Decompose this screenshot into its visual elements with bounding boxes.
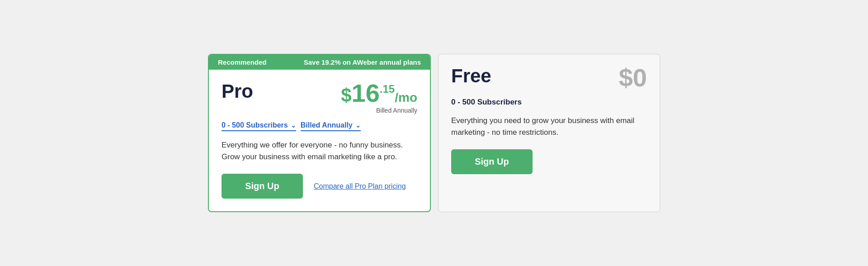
pro-actions: Sign Up Compare all Pro Plan pricing (222, 174, 417, 199)
pro-price-whole: 16 (352, 79, 380, 107)
pro-price-cents: .15 (380, 83, 395, 95)
pro-billed-note: Billed Annually (341, 107, 417, 114)
recommended-header: Recommended Save 19.2% on AWeber annual … (209, 55, 430, 70)
pro-price-per: /mo (395, 90, 417, 104)
free-actions: Sign Up (451, 149, 647, 174)
save-label: Save 19.2% on AWeber annual plans (304, 58, 421, 66)
free-signup-button[interactable]: Sign Up (451, 149, 533, 174)
pro-selectors: 0 - 500 Subscribers ⌄ Billed Annually ⌄ (222, 121, 417, 131)
pro-plan-price: $16.15/mo Billed Annually (341, 81, 417, 114)
pro-signup-button[interactable]: Sign Up (222, 174, 303, 199)
pro-plan-name: Pro (222, 81, 253, 102)
pro-plan-card: Recommended Save 19.2% on AWeber annual … (208, 54, 431, 213)
free-top-row: Free $0 (451, 65, 647, 90)
billing-dropdown-label: Billed Annually (301, 121, 353, 129)
free-plan-card: Free $0 0 - 500 Subscribers Everything y… (438, 54, 660, 213)
pro-top-row: Pro $16.15/mo Billed Annually (222, 81, 417, 114)
free-plan-name: Free (451, 65, 491, 87)
free-plan-body: Free $0 0 - 500 Subscribers Everything y… (439, 54, 660, 187)
pro-plan-body: Pro $16.15/mo Billed Annually 0 - 500 Su… (209, 70, 430, 212)
billing-dropdown[interactable]: Billed Annually ⌄ (301, 121, 361, 131)
pro-price-currency: $ (341, 85, 351, 106)
pro-price-main: $16.15/mo (341, 81, 417, 106)
free-description: Everything you need to grow your busines… (451, 115, 647, 139)
subscribers-dropdown[interactable]: 0 - 500 Subscribers ⌄ (222, 121, 296, 131)
pro-description: Everything we offer for everyone - no fu… (222, 139, 417, 163)
free-subscribers-label: 0 - 500 Subscribers (451, 98, 647, 107)
billing-chevron-icon: ⌄ (355, 122, 361, 129)
recommended-label: Recommended (218, 58, 267, 66)
free-plan-price: $0 (619, 65, 647, 90)
subscribers-dropdown-label: 0 - 500 Subscribers (222, 121, 288, 129)
compare-link[interactable]: Compare all Pro Plan pricing (314, 182, 406, 190)
subscribers-chevron-icon: ⌄ (291, 122, 296, 129)
plans-container: Recommended Save 19.2% on AWeber annual … (208, 54, 660, 213)
